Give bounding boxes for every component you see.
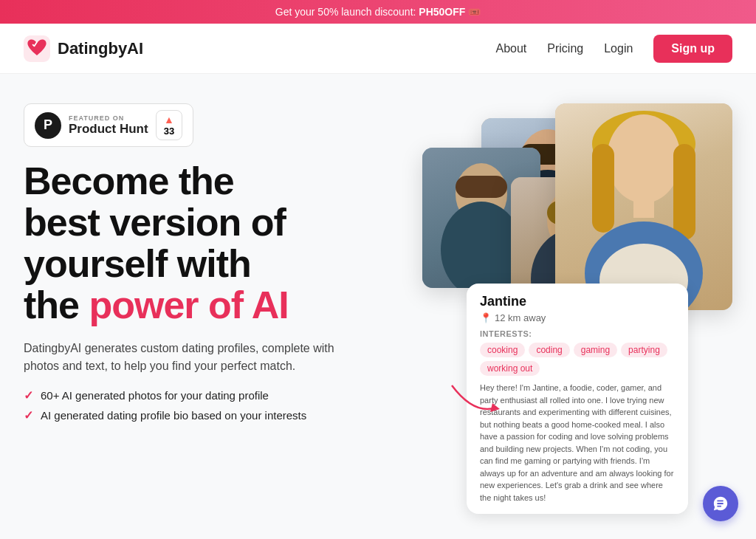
feature-item-2: ✓ AI generated dating profile bio based … <box>24 408 408 422</box>
check-icon-1: ✓ <box>24 388 33 402</box>
logo-area: DatingbyAI <box>24 35 143 62</box>
photo-collage: Jantine 📍 12 km away Interests: cooking … <box>422 103 732 521</box>
navbar: DatingbyAI About Pricing Login Sign up <box>0 24 756 74</box>
tag-coding: coding <box>529 343 569 357</box>
ph-arrow-icon: ▲ <box>164 114 174 126</box>
ph-text-area: FEATURED ON Product Hunt <box>69 114 148 137</box>
svg-point-3 <box>441 202 522 288</box>
nav-pricing[interactable]: Pricing <box>547 42 583 55</box>
hero-left: P FEATURED ON Product Hunt ▲ 33 Become t… <box>24 103 408 521</box>
promo-banner: Get your 50% launch discount: PH50OFF 🎟️ <box>0 0 756 24</box>
tag-partying: partying <box>621 343 667 357</box>
svg-marker-18 <box>490 403 500 412</box>
signup-button[interactable]: Sign up <box>653 35 732 63</box>
ph-featured-label: FEATURED ON <box>69 114 148 122</box>
tag-working-out: working out <box>480 361 540 376</box>
hero-headline: Become the best version of yourself with… <box>24 160 408 326</box>
promo-code: PH50OFF <box>419 6 465 18</box>
feature-list: ✓ 60+ AI generated photos for your datin… <box>24 388 408 422</box>
feature-text-2: AI generated dating profile bio based on… <box>41 409 306 422</box>
interests-label: Interests: <box>480 329 675 338</box>
product-hunt-badge[interactable]: P FEATURED ON Product Hunt ▲ 33 <box>24 103 193 147</box>
feature-item-1: ✓ 60+ AI generated photos for your datin… <box>24 388 408 402</box>
nav-login[interactable]: Login <box>604 42 633 55</box>
main-content: P FEATURED ON Product Hunt ▲ 33 Become t… <box>0 74 756 536</box>
logo-icon <box>24 35 50 62</box>
svg-rect-14 <box>673 144 695 240</box>
tag-cooking: cooking <box>480 343 525 357</box>
ph-name: Product Hunt <box>69 122 148 137</box>
profile-name: Jantine <box>480 294 675 309</box>
profile-bio: Hey there! I'm Jantine, a foodie, coder,… <box>480 382 675 504</box>
tag-gaming: gaming <box>574 343 617 357</box>
profile-distance: 📍 12 km away <box>480 312 675 323</box>
banner-text: Get your 50% launch discount: <box>275 6 419 18</box>
nav-links: About Pricing Login Sign up <box>495 35 732 63</box>
interest-tags: cooking coding gaming partying working o… <box>480 343 675 376</box>
ph-vote-count: 33 <box>164 126 174 137</box>
chat-icon <box>712 495 729 512</box>
main-person-silhouette <box>555 103 732 310</box>
ph-votes: ▲ 33 <box>156 110 182 140</box>
chat-button[interactable] <box>703 486 738 521</box>
svg-point-12 <box>607 114 681 203</box>
logo-text: DatingbyAI <box>58 39 143 58</box>
photo-card-main <box>555 103 732 310</box>
svg-rect-2 <box>456 176 507 198</box>
hero-subtext: DatingbyAI generates custom dating profi… <box>24 340 348 375</box>
feature-text-1: 60+ AI generated photos for your dating … <box>41 389 269 402</box>
svg-rect-17 <box>633 196 654 218</box>
banner-emoji: 🎟️ <box>468 6 481 18</box>
check-icon-2: ✓ <box>24 408 33 422</box>
svg-rect-13 <box>592 144 614 233</box>
nav-about[interactable]: About <box>495 42 526 55</box>
arrow-svg <box>444 378 504 422</box>
arrow-decoration <box>444 378 504 425</box>
pin-icon: 📍 <box>480 312 492 323</box>
ph-icon: P <box>35 112 61 139</box>
headline-accent: power of AI <box>89 284 288 326</box>
